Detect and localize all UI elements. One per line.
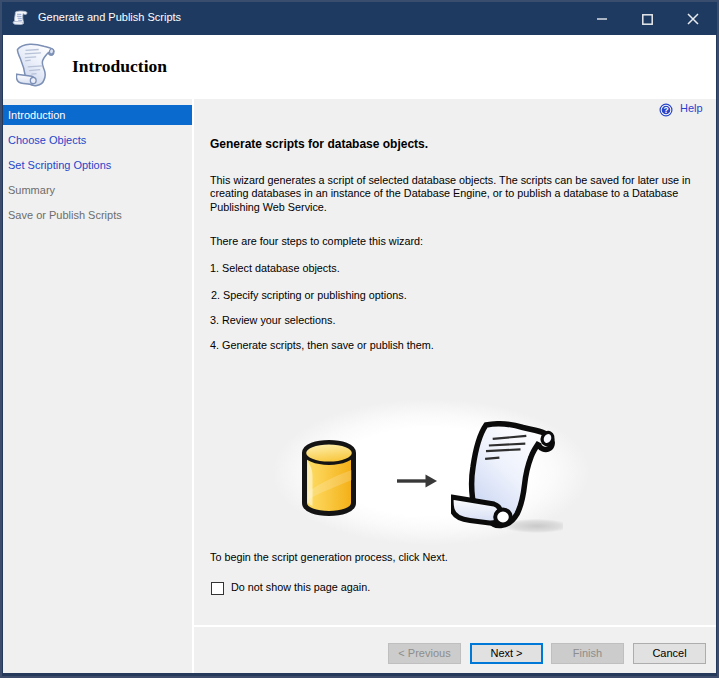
svg-text:?: ? [663, 105, 668, 115]
